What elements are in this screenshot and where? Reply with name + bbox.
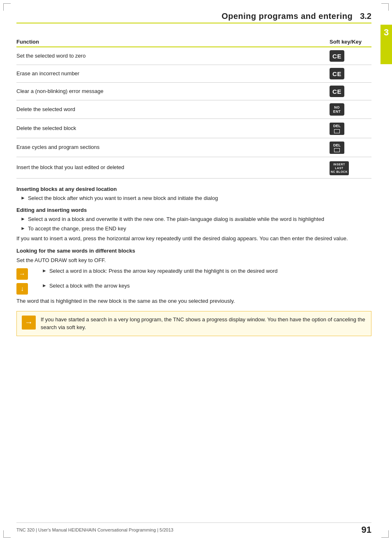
function-text: Delete the selected block [16,119,326,138]
page-footer: TNC 320 | User's Manual HEIDENHAIN Conve… [16,522,371,535]
looking-body-text: The word that is highlighted in the new … [16,297,371,305]
table-row: Erase an incorrect number CE [16,65,371,83]
function-text: Set the selected word to zero [16,47,326,65]
function-table: Function Soft key/Key Set the selected w… [16,37,371,179]
arrow-right-icon-container: → [16,268,29,280]
ce-key-1: CE [330,50,344,62]
bullet-arrow-icon: ► [21,216,25,222]
section-number: 3.2 [360,12,371,21]
arrow-down-row: ↓ ► Select a block with the arrow keys [16,282,371,295]
col-header-function: Function [16,37,326,47]
del-key-1: DEL [330,123,344,135]
key-cell: NO ENT [326,100,371,119]
note-text: If you have started a search in a very l… [41,316,366,332]
note-box: → If you have started a search in a very… [16,311,371,336]
bullet-arrow-icon: ► [21,195,25,201]
table-row: Delete the selected word NO ENT [16,100,371,119]
editing-bullet-1: ► Select a word in a block and overwrite… [16,216,371,223]
bullet-arrow-icon: ► [42,283,47,288]
bullet-arrow-icon: ► [21,225,25,231]
corner-mark-tr [381,3,389,11]
table-row: Erase cycles and program sections DEL [16,138,371,157]
looking-title: Looking for the same words in different … [16,248,371,254]
chapter-tab: 3 [380,25,392,64]
function-text: Clear a (non-blinking) error message [16,83,326,100]
arrow-down-key: ↓ [16,283,28,295]
key-cell: DEL [326,119,371,138]
key-cell: CE [326,83,371,100]
editing-bullet-2: ► To accept the change, press the END ke… [16,225,371,232]
table-row: Clear a (non-blinking) error message CE [16,83,371,100]
arrow-right-row: → ► Select a word in a block: Press the … [16,267,371,280]
ce-key-3: CE [330,86,344,97]
key-cell: INSERTLASTNC BLOCK [326,157,371,178]
editing-title: Editing and inserting words [16,207,371,213]
key-cell: CE [326,47,371,65]
key-cell: DEL [326,138,371,157]
col-header-softkey: Soft key/Key [326,37,371,47]
del-key-2: DEL [330,142,344,154]
chapter-tab-bar [380,39,392,64]
editing-body-text: If you want to insert a word, press the … [16,235,371,243]
function-text: Delete the selected word [16,100,326,119]
table-row: Insert the block that you last edited or… [16,157,371,178]
page-title: Opening programs and entering [221,12,353,21]
corner-mark-bl [3,530,11,538]
inserting-bullet-text: Select the block after which you want to… [28,195,218,202]
del-key-inner [334,129,340,133]
corner-mark-br [381,530,389,538]
table-row: Delete the selected block DEL [16,119,371,138]
page-header: Opening programs and entering 3.2 [16,12,371,23]
key-cell: CE [326,65,371,83]
del-key-inner-2 [334,148,340,152]
inserting-bullet-1: ► Select the block after which you want … [16,195,371,202]
editing-bullet-text-1: Select a word in a block and overwrite i… [28,216,324,223]
arrow-down-bullet-text: Select a block with the arrow keys [49,282,130,290]
table-row: Set the selected word to zero CE [16,47,371,65]
arrow-down-bullet: ► Select a block with the arrow keys [42,282,130,290]
page-number: 91 [362,525,371,535]
arrow-right-bullet-text: Select a word in a block: Press the arro… [49,267,278,275]
note-arrow-icon: → [22,316,36,330]
function-text: Insert the block that you last edited or… [16,157,326,178]
no-ent-key: NO ENT [330,103,344,116]
footer-text: TNC 320 | User's Manual HEIDENHAIN Conve… [16,527,173,532]
main-content: Function Soft key/Key Set the selected w… [16,37,371,525]
chapter-number: 3 [384,25,389,39]
arrow-down-icon-container: ↓ [16,283,29,295]
editing-bullet-text-2: To accept the change, press the END key [28,225,126,232]
function-text: Erase an incorrect number [16,65,326,83]
corner-mark-tl [3,3,11,11]
bullet-arrow-icon: ► [42,268,47,274]
arrow-right-bullet: ► Select a word in a block: Press the ar… [42,267,278,275]
insert-last-nc-block-key: INSERTLASTNC BLOCK [330,161,349,175]
arrow-right-key: → [16,268,28,280]
function-text: Erase cycles and program sections [16,138,326,157]
inserting-blocks-title: Inserting blocks at any desired location [16,186,371,192]
ce-key-2: CE [330,68,344,79]
looking-intro: Set the AUTO DRAW soft key to OFF. [16,256,371,265]
